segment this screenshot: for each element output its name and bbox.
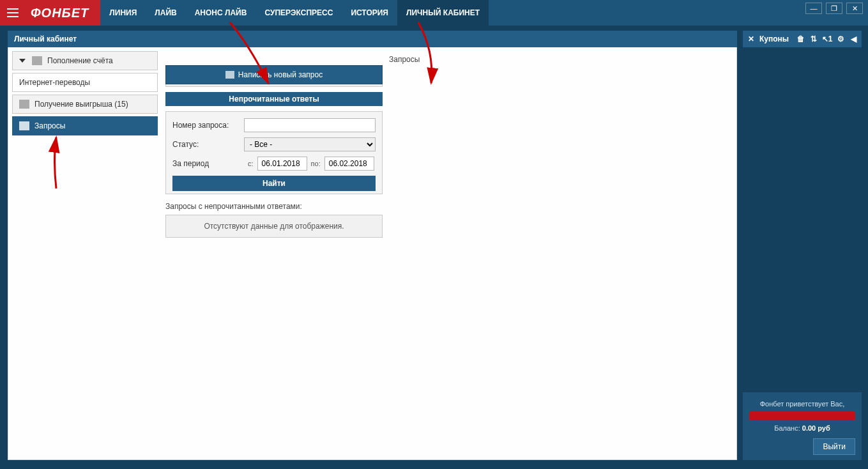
nav-item-live[interactable]: ЛАЙВ	[146, 0, 185, 26]
button-label: Написать новый запрос	[238, 70, 323, 79]
coupons-label: Купоны	[759, 35, 789, 43]
window-close-button[interactable]: ✕	[846, 3, 863, 14]
greeting-box: Фонбет приветствует Вас, Баланс: 0.00 ру…	[743, 392, 862, 460]
balance-label: Баланс:	[774, 424, 800, 432]
right-column: ✕ Купоны 🗑 ⇅ ↖1 ⚙ ◀ Фонбет приветствует …	[743, 31, 862, 460]
sidebar-item-label: Запросы	[34, 121, 65, 130]
sidebar-item-label: Пополнение счёта	[47, 56, 113, 65]
brand-logo: ФОНБЕТ	[26, 0, 100, 26]
find-button[interactable]: Найти	[172, 176, 376, 191]
page-title: Запросы	[389, 55, 726, 64]
coupons-collapse-icon[interactable]: ◀	[849, 34, 858, 44]
balance-value: 0.00 руб	[802, 424, 830, 432]
top-bar: ФОНБЕТ ЛИНИЯ ЛАЙВ АНОНС ЛАЙВ СУПЕРЭКСПРЕ…	[0, 0, 868, 26]
window-controls: — ❐ ✕	[805, 0, 868, 26]
unread-panel-header: Непрочитанные ответы	[165, 92, 383, 106]
cabinet-sidebar: Пополнение счёта Интернет-переводы Получ…	[8, 47, 162, 459]
nav-item-line[interactable]: ЛИНИЯ	[100, 0, 146, 26]
coupons-trash-icon[interactable]: 🗑	[796, 34, 805, 44]
coupons-settings-icon[interactable]: ⚙	[836, 34, 845, 44]
request-number-input[interactable]	[244, 118, 376, 132]
coupons-count-badge: ↖1	[822, 34, 832, 44]
new-request-button[interactable]: Написать новый запрос	[165, 65, 383, 84]
sidebar-item-internet-transfers[interactable]: Интернет-переводы	[12, 73, 158, 92]
main-nav: ЛИНИЯ ЛАЙВ АНОНС ЛАЙВ СУПЕРЭКСПРЕСС ИСТО…	[100, 0, 489, 26]
period-to-input[interactable]	[324, 157, 374, 171]
form-column: Написать новый запрос Непрочитанные отве…	[165, 51, 383, 456]
sidebar-item-payout[interactable]: Получение выигрыша (15)	[12, 95, 158, 114]
coupons-sort-icon[interactable]: ⇅	[809, 34, 818, 44]
logout-button[interactable]: Выйти	[813, 438, 855, 455]
wallet-icon	[32, 56, 42, 65]
sidebar-item-requests[interactable]: Запросы	[12, 116, 158, 135]
sidebar-item-label: Получение выигрыша (15)	[34, 100, 128, 109]
coupons-bar: ✕ Купоны 🗑 ⇅ ↖1 ⚙ ◀	[743, 31, 862, 47]
divider	[165, 84, 383, 87]
pen-icon	[19, 121, 29, 130]
window-minimize-button[interactable]: —	[805, 3, 822, 14]
window-maximize-button[interactable]: ❐	[826, 3, 842, 14]
sidebar-item-topup[interactable]: Пополнение счёта	[12, 51, 158, 70]
period-from-label: с:	[248, 160, 254, 167]
greeting-text: Фонбет приветствует Вас,	[749, 400, 855, 408]
filter-form: Номер запроса: Статус: - Все - За период…	[165, 111, 383, 194]
sidebar-item-label: Интернет-переводы	[19, 78, 90, 87]
nav-item-history[interactable]: ИСТОРИЯ	[342, 0, 397, 26]
request-number-label: Номер запроса:	[172, 121, 244, 130]
payout-icon	[19, 100, 29, 109]
balance-line: Баланс: 0.00 руб	[749, 424, 855, 432]
status-select[interactable]: - Все -	[244, 137, 376, 151]
work-body: Пополнение счёта Интернет-переводы Получ…	[8, 47, 737, 460]
section-header: Личный кабинет	[8, 31, 737, 47]
period-from-input[interactable]	[257, 157, 307, 171]
nav-item-cabinet[interactable]: ЛИЧНЫЙ КАБИНЕТ	[397, 0, 489, 26]
workspace: Личный кабинет Пополнение счёта Интернет…	[8, 31, 737, 460]
period-label: За период	[172, 159, 244, 168]
page-title-column: Запросы	[383, 51, 733, 456]
coupons-close-icon[interactable]: ✕	[747, 34, 756, 44]
empty-state: Отсутствуют данные для отображения.	[165, 215, 383, 238]
nav-item-superexpress[interactable]: СУПЕРЭКСПРЕСС	[255, 0, 342, 26]
main-panel: Написать новый запрос Непрочитанные отве…	[162, 47, 736, 459]
nav-item-anons-live[interactable]: АНОНС ЛАЙВ	[186, 0, 256, 26]
pen-icon	[225, 71, 234, 79]
period-to-label: по:	[311, 160, 321, 167]
username-redacted	[749, 411, 855, 420]
unread-caption: Запросы с непрочитанными ответами:	[165, 202, 383, 211]
status-label: Статус:	[172, 140, 244, 149]
chevron-down-icon	[19, 59, 26, 63]
hamburger-menu-button[interactable]	[0, 0, 26, 26]
